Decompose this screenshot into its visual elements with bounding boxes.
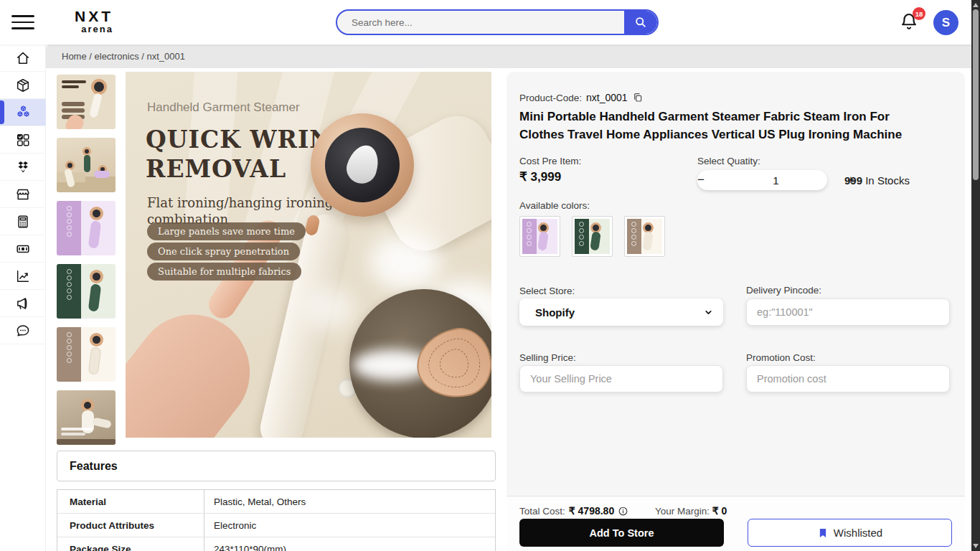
feature-label: Material bbox=[57, 490, 204, 513]
product-details-panel: Product-Code: nxt_0001 Mini Portable Han… bbox=[507, 72, 965, 551]
colors-label: Available colors: bbox=[519, 200, 590, 211]
features-header: Features bbox=[57, 451, 496, 481]
color-swatch-list bbox=[519, 216, 665, 257]
copy-icon[interactable] bbox=[632, 92, 644, 103]
stock-status: 999 In Stocks bbox=[844, 174, 910, 187]
quantity-minus-button[interactable]: − bbox=[697, 170, 705, 190]
table-row: Material Plastic, Metal, Others bbox=[57, 490, 495, 514]
notification-count-badge: 18 bbox=[913, 7, 925, 20]
promotion-cost-label: Promotion Cost: bbox=[746, 352, 816, 363]
storefront-icon bbox=[15, 187, 31, 202]
page-scrollbar[interactable] bbox=[971, 0, 980, 551]
info-icon[interactable] bbox=[618, 506, 628, 517]
your-margin: Your Margin: ₹ 0 bbox=[655, 505, 727, 517]
app-header: NXT arena 18 S bbox=[0, 0, 971, 44]
color-swatch-tan[interactable] bbox=[624, 216, 665, 257]
features-table: Material Plastic, Metal, Others Product … bbox=[57, 489, 496, 551]
total-cost-value: ₹ 4798.80 bbox=[569, 505, 614, 517]
color-swatch-purple[interactable] bbox=[519, 216, 560, 257]
cash-icon bbox=[15, 241, 31, 257]
thumbnail-tan[interactable] bbox=[57, 327, 116, 382]
thumbnail-purple[interactable] bbox=[57, 201, 116, 255]
sidebar-item-payments[interactable] bbox=[0, 235, 46, 263]
logo-text-top: NXT bbox=[75, 9, 113, 24]
hero-badge-1: Large panels save more time bbox=[147, 222, 306, 240]
table-row: Package Size 243*110*90(mm) bbox=[57, 537, 495, 551]
margin-label: Your Margin: bbox=[655, 506, 710, 517]
total-cost: Total Cost: ₹ 4798.80 bbox=[519, 505, 628, 517]
products-cubes-icon bbox=[15, 104, 32, 121]
thumbnail-scene[interactable] bbox=[57, 390, 116, 445]
sidebar-item-categories[interactable] bbox=[0, 126, 46, 154]
dropbox-icon bbox=[15, 159, 31, 175]
product-main-image[interactable]: Handheld Garment Steamer QUICK WRINKLERE… bbox=[126, 72, 491, 438]
selling-price-label: Selling Price: bbox=[519, 352, 576, 363]
product-code-value: nxt_0001 bbox=[586, 92, 628, 103]
total-cost-label: Total Cost: bbox=[519, 506, 565, 517]
promotion-cost-input[interactable] bbox=[746, 365, 950, 392]
breadcrumb[interactable]: Home / electronics / nxt_0001 bbox=[46, 44, 971, 68]
package-icon bbox=[15, 77, 31, 93]
user-avatar[interactable]: S bbox=[933, 10, 958, 35]
feature-value: 243*110*90(mm) bbox=[204, 537, 495, 551]
margin-value: ₹ 0 bbox=[712, 505, 727, 517]
chat-icon bbox=[15, 323, 31, 339]
add-to-store-button[interactable]: Add To Store bbox=[519, 519, 724, 547]
sidebar-item-analytics[interactable] bbox=[0, 263, 46, 290]
sidebar-item-products[interactable] bbox=[0, 99, 46, 126]
sidebar-item-calculator[interactable] bbox=[0, 208, 46, 235]
feature-label: Package Size bbox=[57, 537, 204, 551]
feature-value: Plastic, Metal, Others bbox=[204, 490, 495, 513]
categories-icon bbox=[15, 132, 31, 148]
home-icon bbox=[15, 50, 31, 66]
product-title: Mini Portable Handheld Garment Steamer F… bbox=[519, 108, 932, 143]
wishlist-button-label: Wishlisted bbox=[834, 527, 882, 539]
hand-arm bbox=[126, 291, 273, 438]
pincode-label: Delivery Pincode: bbox=[746, 285, 821, 296]
notifications-button[interactable]: 18 bbox=[898, 11, 923, 35]
hero-subtitle: Handheld Garment Steamer bbox=[147, 100, 300, 115]
sidebar-item-marketing[interactable] bbox=[0, 290, 46, 317]
thumbnail-hero[interactable] bbox=[57, 75, 116, 129]
steamer-head-ring bbox=[311, 113, 414, 217]
megaphone-icon bbox=[15, 296, 31, 311]
sidebar-item-dropbox[interactable] bbox=[0, 154, 46, 181]
table-row: Product Attributes Electronic bbox=[57, 514, 495, 537]
hero-badge-2: One click spray penetration bbox=[147, 242, 300, 260]
logo-text-bottom: arena bbox=[75, 24, 113, 34]
steam-closeup-inset bbox=[349, 289, 491, 438]
sidebar-nav bbox=[0, 44, 46, 551]
panel-footer: Total Cost: ₹ 4798.80 Your Margin: ₹ 0 A… bbox=[507, 496, 965, 551]
selling-price-input[interactable] bbox=[519, 365, 723, 392]
scrollbar-thumb[interactable] bbox=[973, 9, 979, 180]
scroll-down-arrow[interactable] bbox=[973, 544, 979, 548]
sidebar-item-package[interactable] bbox=[0, 72, 46, 99]
color-swatch-green[interactable] bbox=[572, 216, 613, 257]
thumbnail-group[interactable] bbox=[57, 138, 116, 192]
analytics-icon bbox=[15, 268, 31, 284]
product-code-row: Product-Code: nxt_0001 bbox=[519, 92, 644, 103]
sidebar-item-chat[interactable] bbox=[0, 317, 46, 344]
search-button[interactable] bbox=[624, 11, 657, 34]
app-logo[interactable]: NXT arena bbox=[75, 9, 113, 34]
hamburger-menu-icon[interactable] bbox=[11, 15, 34, 29]
quantity-stepper: − + bbox=[697, 170, 827, 190]
search-input[interactable] bbox=[337, 11, 624, 34]
calculator-icon bbox=[15, 214, 31, 230]
chevron-down-icon bbox=[704, 308, 713, 317]
store-select[interactable]: Shopify bbox=[519, 298, 723, 326]
sidebar-item-home[interactable] bbox=[0, 44, 46, 72]
product-code-label: Product-Code: bbox=[519, 93, 582, 103]
sidebar-item-store[interactable] bbox=[0, 181, 46, 208]
store-label: Select Store: bbox=[519, 286, 575, 296]
thumbnail-list bbox=[57, 75, 116, 453]
cost-label: Cost Pre Item: bbox=[519, 156, 581, 166]
thumbnail-green[interactable] bbox=[57, 264, 116, 319]
wishlist-button[interactable]: Wishlisted bbox=[748, 519, 952, 547]
quantity-label: Select Quatity: bbox=[697, 156, 760, 166]
hero-badge-3: Suitable for multiple fabrics bbox=[147, 263, 301, 281]
scroll-up-arrow[interactable] bbox=[973, 3, 979, 7]
quantity-input[interactable] bbox=[705, 174, 847, 187]
pincode-input[interactable] bbox=[746, 298, 950, 326]
bookmark-icon bbox=[817, 527, 829, 539]
